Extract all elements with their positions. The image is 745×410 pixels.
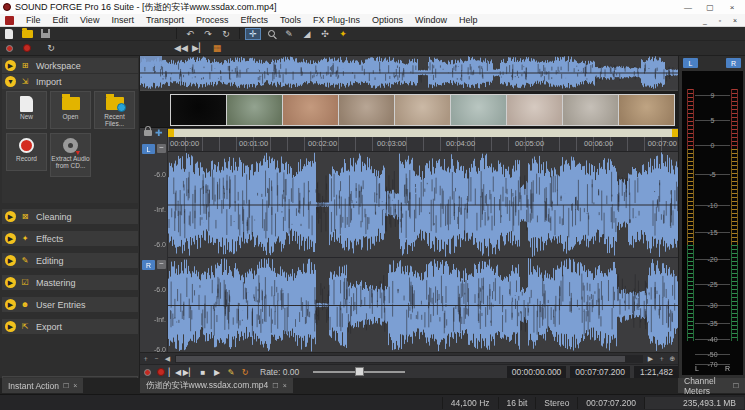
menu-item-options[interactable]: Options (366, 14, 409, 27)
close-button[interactable]: × (721, 1, 743, 13)
doc-restore-button[interactable]: ▫ (714, 17, 726, 24)
menu-item-effects[interactable]: Effects (235, 14, 274, 27)
sidebar-item-effects[interactable]: ▶ ✦ Effects (2, 231, 138, 246)
pin-icon[interactable]: ☐ (63, 382, 69, 390)
go-to-end-icon[interactable]: ▶▏ (182, 366, 196, 378)
menu-item-process[interactable]: Process (190, 14, 235, 27)
close-icon[interactable]: × (73, 382, 77, 389)
menu-item-fx-plug-ins[interactable]: FX Plug-Ins (307, 14, 366, 27)
video-frame[interactable] (451, 95, 506, 125)
doc-minimize-button[interactable]: _ (699, 17, 711, 24)
video-frame[interactable] (339, 95, 394, 125)
overview-waveform[interactable] (140, 56, 678, 89)
menu-item-edit[interactable]: Edit (47, 14, 75, 27)
record-icon[interactable] (19, 42, 35, 54)
video-frame[interactable] (283, 95, 338, 125)
video-frame[interactable] (619, 95, 674, 125)
minimize-button[interactable]: — (677, 1, 699, 13)
sidebar-item-workspace[interactable]: ▶ ⊞ Workspace (2, 58, 138, 73)
stop-icon[interactable]: ■ (196, 366, 210, 378)
left-channel-minimize[interactable]: − (157, 144, 166, 153)
menu-item-view[interactable]: View (74, 14, 105, 27)
zoom-in-icon[interactable]: ＋ (140, 354, 151, 364)
close-icon[interactable]: × (283, 382, 287, 389)
mixer-icon[interactable]: ▦ (209, 42, 225, 54)
new-button[interactable]: New (6, 91, 47, 129)
zoom-out-icon[interactable]: － (151, 354, 162, 364)
save-icon[interactable] (37, 28, 53, 40)
redo-icon[interactable]: ↷ (200, 28, 216, 40)
record-icon[interactable] (154, 366, 168, 378)
overview-strip[interactable] (140, 56, 678, 89)
right-channel-button[interactable]: R (142, 260, 155, 270)
cursor-position-display[interactable]: 00:00:00.000 (507, 366, 567, 378)
tab-instant-action[interactable]: Instant Action ☐ × (2, 378, 83, 393)
record-remote-icon[interactable] (1, 42, 17, 54)
left-channel-waveform[interactable] (168, 152, 678, 257)
video-frame[interactable] (227, 95, 282, 125)
event-tool-icon[interactable]: ✣ (317, 28, 333, 40)
go-to-end-icon[interactable]: ▶▏ (191, 42, 207, 54)
video-frame[interactable] (171, 95, 226, 125)
menu-item-file[interactable]: File (20, 14, 47, 27)
sidebar-item-editing[interactable]: ▶ ✎ Editing (2, 253, 138, 268)
time-ruler[interactable]: 00:00:0000:01:0000:02:0000:03:0000:04:00… (168, 137, 678, 152)
meter-right-button[interactable]: R (726, 58, 741, 68)
video-frame[interactable] (395, 95, 450, 125)
menu-item-tools[interactable]: Tools (274, 14, 307, 27)
envelope-tool-icon[interactable]: ◢ (299, 28, 315, 40)
edit-tool-icon[interactable]: ✛ (245, 28, 261, 40)
sidebar-item-export[interactable]: ▶ ⇱ Export (2, 319, 138, 334)
menu-item-window[interactable]: Window (409, 14, 453, 27)
scrollbar-thumb[interactable] (176, 356, 625, 362)
loop-playback-icon[interactable]: ↻ (238, 366, 252, 378)
right-channel-minimize[interactable]: − (157, 260, 166, 269)
lock-icon[interactable] (144, 130, 152, 136)
play-icon[interactable]: ▶ (210, 366, 224, 378)
doc-close-button[interactable]: × (729, 17, 741, 24)
new-file-icon[interactable] (1, 28, 17, 40)
menu-item-insert[interactable]: Insert (105, 14, 140, 27)
menu-item-transport[interactable]: Transport (140, 14, 190, 27)
open-button[interactable]: Open (50, 91, 91, 129)
pin-icon[interactable]: ☐ (272, 382, 278, 390)
waveform-display[interactable] (168, 152, 678, 352)
magnify-tool-icon[interactable] (263, 28, 279, 40)
sidebar-item-mastering[interactable]: ▶ ☑ Mastering (2, 275, 138, 290)
right-channel-waveform[interactable] (168, 258, 678, 352)
tab-document[interactable]: 伤逝的安详www.ssdax.com.mp4 ☐ × (140, 378, 293, 393)
open-file-icon[interactable] (19, 28, 35, 40)
go-to-start-icon[interactable]: ▏◀ (168, 366, 182, 378)
loop-region-bar[interactable] (168, 129, 678, 137)
sidebar-item-import[interactable]: ▼ ⇲ Import (2, 74, 138, 89)
extract-audio-button[interactable]: Extract Audio from CD... (50, 133, 91, 177)
video-frame[interactable] (563, 95, 618, 125)
restore-button[interactable]: ▢ (699, 1, 721, 13)
horizontal-scrollbar[interactable] (175, 355, 643, 363)
selection-counter-display[interactable]: 1:21,482 (634, 366, 678, 378)
record-remote-icon[interactable] (140, 366, 154, 378)
pencil-tool-icon[interactable]: ✎ (281, 28, 297, 40)
snap-icon[interactable]: ✦ (335, 28, 351, 40)
pin-icon[interactable]: ☐ (733, 382, 739, 390)
repeat-icon[interactable]: ↻ (218, 28, 234, 40)
loop-playback-icon[interactable]: ↻ (43, 42, 59, 54)
meter-body[interactable]: 950-5-10-15-20-25-30-35-40-50-70 L R (682, 71, 743, 375)
undo-icon[interactable]: ↶ (182, 28, 198, 40)
play-as-cursor-icon[interactable]: ✎ (224, 366, 238, 378)
wave-zoom-in-icon[interactable]: ＋ (656, 354, 667, 364)
sidebar-item-cleaning[interactable]: ▶ ⊠ Cleaning (2, 209, 138, 224)
video-frame[interactable] (507, 95, 562, 125)
sidebar-item-user-entries[interactable]: ▶ ☻ User Entries (2, 297, 138, 312)
tab-channel-meters[interactable]: Channel Meters ☐ (678, 378, 745, 393)
meter-left-button[interactable]: L (683, 58, 698, 68)
total-length-display[interactable]: 00:07:07.200 (570, 366, 630, 378)
record-button[interactable]: Record (6, 133, 47, 171)
recent-files-button[interactable]: Recent Files... (94, 91, 135, 129)
rate-slider[interactable] (313, 371, 405, 373)
menu-item-help[interactable]: Help (453, 14, 484, 27)
rewind-icon[interactable]: ◀◀ (173, 42, 189, 54)
overview-position-marker[interactable] (140, 56, 162, 66)
scroll-left-icon[interactable]: ◀ (162, 354, 173, 364)
wave-zoom-out-icon[interactable]: ⊕ (667, 354, 678, 364)
